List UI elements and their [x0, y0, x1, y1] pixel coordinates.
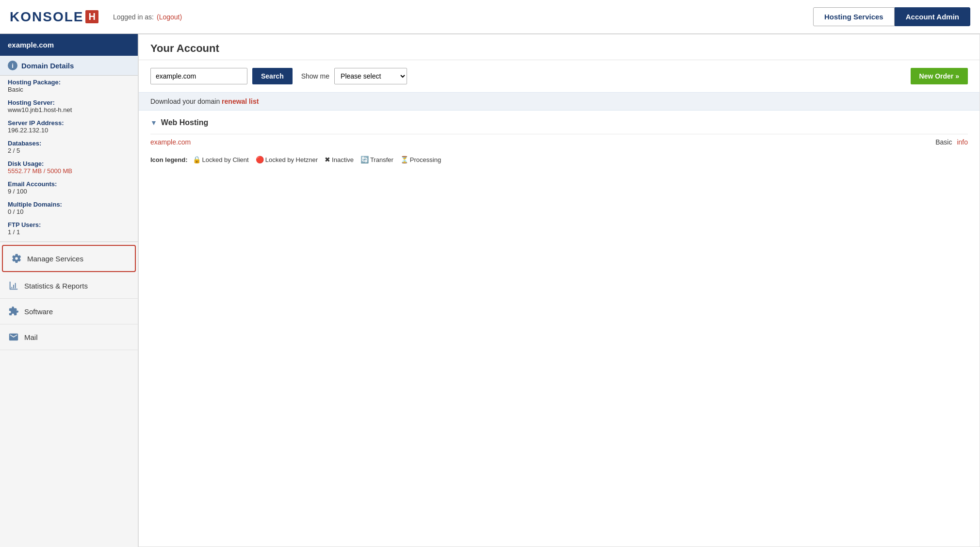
- logo-h-box: H: [85, 10, 98, 23]
- detail-label: Email Accounts:: [8, 180, 130, 188]
- sidebar-item-manage-services[interactable]: Manage Services: [2, 245, 136, 272]
- detail-value: Basic: [8, 86, 130, 93]
- detail-label: Disk Usage:: [8, 160, 130, 167]
- detail-block: Multiple Domains:0 / 10: [0, 198, 138, 218]
- logout-link[interactable]: (Logout): [157, 13, 182, 21]
- sidebar: example.com i Domain Details Hosting Pac…: [0, 34, 138, 547]
- hosting-services-button[interactable]: Hosting Services: [813, 7, 895, 26]
- detail-value: 196.22.132.10: [8, 127, 130, 134]
- renewal-link[interactable]: renewal list: [222, 97, 259, 105]
- detail-label: Server IP Address:: [8, 119, 130, 127]
- renewal-text: Download your domain: [150, 97, 222, 105]
- domain-plan: Basic: [935, 138, 952, 146]
- detail-block: FTP Users:1 / 1: [0, 218, 138, 239]
- account-admin-button[interactable]: Account Admin: [895, 7, 970, 26]
- search-button[interactable]: Search: [252, 68, 293, 84]
- detail-block: Databases:2 / 5: [0, 137, 138, 157]
- legend-text: Locked by Client: [202, 156, 249, 163]
- show-me-label: Show me: [301, 72, 329, 80]
- renewal-bar: Download your domain renewal list: [139, 92, 980, 111]
- search-input[interactable]: [150, 68, 247, 84]
- detail-block: Hosting Server:www10.jnb1.host-h.net: [0, 96, 138, 116]
- detail-value: 9 / 100: [8, 188, 130, 195]
- sidebar-domain: example.com: [0, 34, 138, 56]
- detail-label: Hosting Package:: [8, 79, 130, 86]
- detail-value: 2 / 5: [8, 147, 130, 154]
- sidebar-nav: Manage ServicesStatistics & ReportsSoftw…: [0, 245, 138, 350]
- chart-icon: [8, 280, 19, 291]
- mail-icon: [8, 331, 19, 343]
- domain-link[interactable]: example.com: [150, 138, 935, 146]
- detail-block: Hosting Package:Basic: [0, 76, 138, 96]
- detail-value: www10.jnb1.host-h.net: [8, 106, 130, 113]
- web-hosting-title: Web Hosting: [161, 118, 208, 127]
- layout: example.com i Domain Details Hosting Pac…: [0, 34, 980, 547]
- web-hosting-header: ▼ Web Hosting: [150, 118, 968, 127]
- domain-details-header: i Domain Details: [0, 56, 138, 76]
- sidebar-item-mail[interactable]: Mail: [0, 324, 138, 350]
- detail-label: FTP Users:: [8, 221, 130, 228]
- legend-item: 🔴Locked by Hetzner: [256, 156, 318, 163]
- main-content: Your Account Search Show me Please selec…: [138, 34, 980, 547]
- logo: KONSOLE H: [10, 9, 98, 25]
- legend-icon: 🔒: [193, 156, 201, 163]
- header: KONSOLE H Logged in as: (Logout) Hosting…: [0, 0, 980, 34]
- nav-item-label: Statistics & Reports: [24, 282, 88, 290]
- legend-item: ⏳Processing: [400, 156, 441, 163]
- detail-block: Disk Usage:5552.77 MB / 5000 MB: [0, 157, 138, 177]
- sidebar-item-statistics-reports[interactable]: Statistics & Reports: [0, 273, 138, 299]
- new-order-button[interactable]: New Order »: [911, 68, 968, 84]
- detail-label: Hosting Server:: [8, 99, 130, 106]
- legend-text: Inactive: [332, 156, 354, 163]
- info-icon: i: [8, 61, 17, 70]
- detail-value: 0 / 10: [8, 208, 130, 215]
- detail-block: Email Accounts:9 / 100: [0, 177, 138, 198]
- domain-details-title: Domain Details: [21, 62, 74, 70]
- legend-item: 🔄Transfer: [360, 156, 393, 163]
- gear-icon: [11, 253, 22, 264]
- domain-row: example.com Basic info: [150, 134, 968, 150]
- detail-label: Databases:: [8, 140, 130, 147]
- page-title: Your Account: [150, 42, 968, 55]
- page-title-bar: Your Account: [139, 34, 980, 60]
- sidebar-details: Hosting Package:BasicHosting Server:www1…: [0, 76, 138, 239]
- detail-block: Server IP Address:196.22.132.10: [0, 116, 138, 137]
- legend-text: Locked by Hetzner: [265, 156, 318, 163]
- search-bar: Search Show me Please select New Order »: [139, 60, 980, 92]
- detail-value: 1 / 1: [8, 228, 130, 236]
- legend-text: Transfer: [370, 156, 393, 163]
- legend-text: Processing: [410, 156, 441, 163]
- nav-item-label: Manage Services: [27, 255, 83, 263]
- legend-icon: ✖: [325, 156, 330, 163]
- nav-item-label: Mail: [24, 333, 38, 341]
- main-inner: Your Account Search Show me Please selec…: [138, 34, 980, 547]
- web-hosting-section: ▼ Web Hosting example.com Basic info Ico…: [139, 111, 980, 171]
- puzzle-icon: [8, 306, 19, 317]
- detail-value: 5552.77 MB / 5000 MB: [8, 167, 130, 175]
- legend-item: ✖Inactive: [325, 156, 354, 163]
- sidebar-divider: [0, 241, 138, 242]
- collapse-arrow-icon[interactable]: ▼: [150, 119, 157, 127]
- info-link[interactable]: info: [957, 138, 968, 146]
- legend-icon: 🔄: [360, 156, 369, 163]
- icon-legend: Icon legend: 🔒Locked by Client🔴Locked by…: [150, 150, 968, 163]
- detail-label: Multiple Domains:: [8, 201, 130, 208]
- legend-icon: ⏳: [400, 156, 408, 163]
- legend-item: 🔒Locked by Client: [193, 156, 249, 163]
- legend-icon: 🔴: [256, 156, 264, 163]
- sidebar-item-software[interactable]: Software: [0, 299, 138, 324]
- logo-text: KONSOLE: [10, 9, 83, 25]
- nav-item-label: Software: [24, 307, 53, 316]
- show-me-select[interactable]: Please select: [334, 68, 407, 84]
- icon-legend-label: Icon legend:: [150, 156, 188, 163]
- logged-in-label: Logged in as:: [113, 13, 154, 21]
